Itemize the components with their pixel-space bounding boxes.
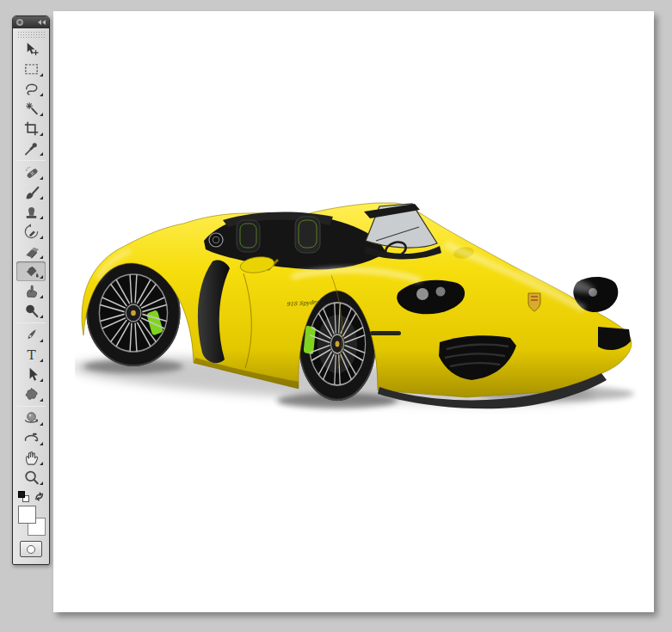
lasso-icon bbox=[22, 80, 40, 98]
tool-orbit-3d[interactable] bbox=[16, 428, 46, 448]
eraser-icon bbox=[22, 242, 40, 261]
document-canvas[interactable]: 918 Spyder bbox=[53, 11, 654, 612]
quick-mask-icon bbox=[27, 545, 35, 554]
svg-text:T: T bbox=[27, 347, 36, 363]
palette-grip[interactable] bbox=[17, 31, 45, 39]
path-select-icon bbox=[22, 365, 40, 383]
tool-palette: T bbox=[12, 15, 50, 565]
tool-eyedropper[interactable] bbox=[16, 138, 46, 158]
tool-custom-shape[interactable] bbox=[16, 384, 46, 404]
zoom-icon bbox=[22, 469, 40, 487]
move-icon bbox=[22, 40, 40, 58]
collapse-panel-icon[interactable] bbox=[38, 20, 46, 25]
toolbar-separator bbox=[16, 322, 46, 323]
orbit-3d-icon bbox=[22, 429, 40, 447]
default-colors-icon[interactable] bbox=[18, 491, 29, 502]
car-image: 918 Spyder bbox=[75, 196, 643, 428]
tool-rect-marquee[interactable] bbox=[16, 59, 46, 79]
quick-mask-button[interactable] bbox=[20, 541, 42, 557]
tool-lasso[interactable] bbox=[16, 79, 46, 99]
car-illustration: 918 Spyder bbox=[75, 196, 643, 428]
color-controls bbox=[13, 488, 49, 557]
palette-header[interactable] bbox=[13, 16, 49, 28]
tool-move[interactable] bbox=[16, 40, 46, 59]
tool-smudge[interactable] bbox=[16, 281, 46, 301]
pen-icon bbox=[22, 326, 40, 344]
tool-magic-wand[interactable] bbox=[16, 99, 46, 119]
tool-history-brush[interactable] bbox=[16, 222, 46, 242]
dodge-icon bbox=[22, 302, 40, 320]
tool-spot-healing[interactable] bbox=[16, 163, 46, 182]
history-brush-icon bbox=[22, 223, 40, 241]
tool-pen[interactable] bbox=[16, 325, 46, 345]
tool-hand[interactable] bbox=[16, 448, 46, 468]
foreground-color-swatch[interactable] bbox=[18, 506, 36, 524]
healing-brush-icon bbox=[22, 163, 40, 181]
workspace-background: 918 Spyder bbox=[0, 0, 672, 632]
tool-path-selection[interactable] bbox=[16, 365, 46, 384]
marquee-icon bbox=[22, 60, 40, 78]
type-icon: T bbox=[22, 346, 40, 364]
toolbar-separator bbox=[16, 406, 46, 407]
clone-stamp-icon bbox=[22, 203, 40, 221]
tool-crop[interactable] bbox=[16, 119, 46, 138]
tool-paint-bucket[interactable] bbox=[16, 261, 46, 281]
tool-type[interactable]: T bbox=[16, 345, 46, 365]
panel-knob-icon bbox=[16, 19, 23, 26]
toolbar-separator bbox=[16, 160, 46, 161]
eyedropper-icon bbox=[22, 139, 40, 157]
brush-icon bbox=[22, 183, 40, 201]
hand-icon bbox=[22, 449, 40, 467]
tool-zoom[interactable] bbox=[16, 468, 46, 488]
tool-dodge[interactable] bbox=[16, 301, 46, 321]
fender-vent bbox=[370, 331, 401, 335]
swap-colors-icon[interactable] bbox=[34, 491, 45, 502]
rotate-3d-icon bbox=[22, 409, 40, 427]
paint-bucket-icon bbox=[22, 262, 40, 280]
magic-wand-icon bbox=[22, 100, 40, 118]
crop-icon bbox=[22, 120, 40, 138]
smudge-icon bbox=[22, 282, 40, 300]
tool-brush[interactable] bbox=[16, 182, 46, 202]
custom-shape-icon bbox=[22, 385, 40, 403]
tool-rotate-3d[interactable] bbox=[16, 408, 46, 428]
tool-eraser[interactable] bbox=[16, 242, 46, 261]
pillar-badge bbox=[209, 233, 223, 247]
tool-clone-stamp[interactable] bbox=[16, 202, 46, 222]
